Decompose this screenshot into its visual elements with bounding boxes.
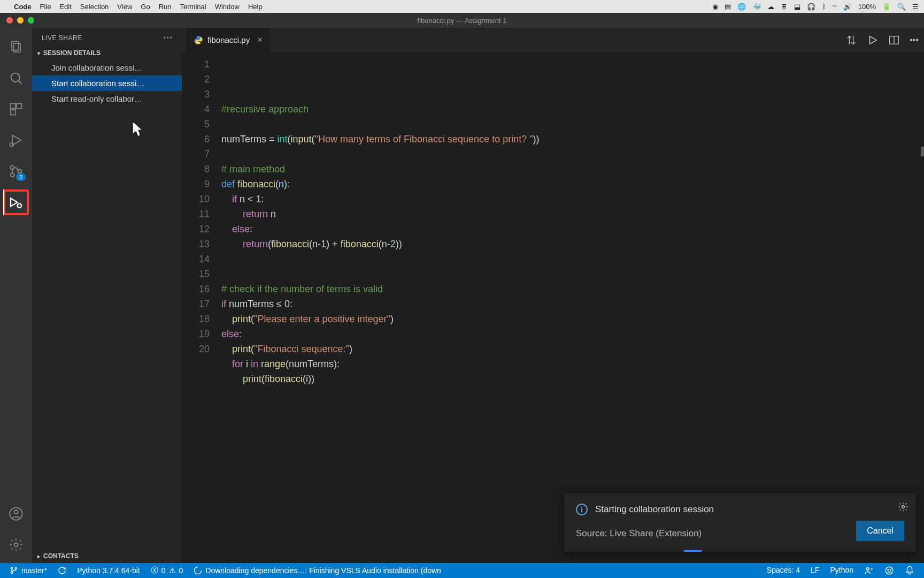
tab-filename: fibonacci.py bbox=[207, 35, 250, 44]
session-item-start-readonly[interactable]: Start read-only collabor… bbox=[32, 91, 182, 107]
menu-help[interactable]: Help bbox=[248, 3, 263, 11]
svg-point-9 bbox=[11, 166, 14, 170]
status-bell-icon[interactable] bbox=[899, 566, 920, 575]
live-share-icon[interactable] bbox=[3, 189, 29, 215]
git-branch-icon bbox=[10, 566, 18, 575]
status-sync[interactable] bbox=[52, 563, 72, 578]
chevron-down-icon: ▾ bbox=[37, 50, 40, 56]
scm-badge: 2 bbox=[16, 173, 26, 181]
search-icon[interactable] bbox=[3, 65, 29, 91]
debug-icon[interactable] bbox=[3, 127, 29, 153]
loading-icon bbox=[194, 566, 202, 575]
tab-close-icon[interactable]: × bbox=[257, 35, 262, 45]
svg-rect-0 bbox=[12, 42, 19, 50]
window-maximize-button[interactable] bbox=[28, 17, 34, 24]
status-eol[interactable]: LF bbox=[805, 566, 825, 574]
status-spaces[interactable]: Spaces: 4 bbox=[761, 566, 805, 574]
menu-view[interactable]: View bbox=[117, 3, 132, 11]
docker-status-icon[interactable]: 🐳 bbox=[752, 3, 761, 11]
section-contacts[interactable]: ▸ CONTACTS bbox=[32, 549, 182, 563]
bluetooth-icon[interactable]: ᛒ bbox=[822, 3, 826, 11]
headphones-status-icon[interactable]: 🎧 bbox=[807, 3, 815, 11]
menu-go[interactable]: Go bbox=[141, 3, 150, 11]
explorer-icon[interactable] bbox=[3, 34, 29, 60]
settings-gear-icon[interactable] bbox=[3, 532, 29, 558]
session-item-join[interactable]: Join collaboration sessi… bbox=[32, 60, 182, 75]
svg-point-10 bbox=[11, 173, 14, 177]
code-content[interactable]: #recursive approachnumTerms = int(input(… bbox=[219, 52, 924, 563]
dropbox-status-icon[interactable]: ⬓ bbox=[794, 3, 800, 11]
svg-point-14 bbox=[14, 510, 18, 514]
svg-rect-6 bbox=[11, 110, 16, 115]
accounts-icon[interactable] bbox=[3, 501, 29, 527]
wifi-icon[interactable]: ⌔ bbox=[833, 3, 837, 11]
error-count: 0 bbox=[161, 566, 166, 575]
compare-changes-icon[interactable] bbox=[845, 34, 857, 46]
control-center-icon[interactable]: ☰ bbox=[912, 3, 919, 11]
toast-source: Source: Live Share (Extension) bbox=[576, 528, 904, 539]
status-python[interactable]: Python 3.7.4 64-bit bbox=[72, 563, 145, 578]
editor-tabs: fibonacci.py × ••• bbox=[182, 28, 924, 52]
menu-selection[interactable]: Selection bbox=[80, 3, 109, 11]
branch-name: master* bbox=[21, 566, 47, 575]
section-session-details[interactable]: ▾ SESSION DETAILS bbox=[32, 46, 182, 60]
svg-point-2 bbox=[11, 73, 20, 82]
code-body[interactable]: 1234567891011121314151617181920 #recursi… bbox=[182, 52, 924, 563]
sidebar: LIVE SHARE ••• ▾ SESSION DETAILS Join co… bbox=[32, 28, 182, 563]
globe-icon[interactable]: 🌐 bbox=[737, 3, 746, 11]
extensions-icon[interactable] bbox=[3, 96, 29, 122]
spotlight-icon[interactable]: 🔍 bbox=[897, 3, 906, 11]
editor: fibonacci.py × ••• 123456789101112131415… bbox=[182, 28, 924, 563]
split-editor-icon[interactable] bbox=[888, 34, 900, 46]
status-liveshare-icon[interactable] bbox=[859, 566, 879, 575]
editor-more-icon[interactable]: ••• bbox=[910, 35, 919, 45]
svg-point-23 bbox=[867, 568, 869, 571]
menu-edit[interactable]: Edit bbox=[59, 3, 71, 11]
cloud-status-icon[interactable]: ☁︎ bbox=[767, 3, 774, 11]
menu-terminal[interactable]: Terminal bbox=[180, 3, 206, 11]
record-status-icon[interactable]: ◉ bbox=[712, 3, 718, 11]
status-branch[interactable]: master* bbox=[4, 563, 52, 578]
battery-text[interactable]: 100% bbox=[858, 3, 876, 11]
status-task[interactable]: Downloading dependencies…: Finishing VSL… bbox=[188, 563, 446, 578]
session-item-start[interactable]: Start collaboration sessi… bbox=[32, 75, 182, 91]
window-close-button[interactable] bbox=[6, 17, 13, 24]
dock-status-icon[interactable]: ▤ bbox=[725, 3, 731, 11]
menu-app-name[interactable]: Code bbox=[14, 3, 32, 11]
status-feedback-icon[interactable] bbox=[879, 566, 899, 575]
svg-rect-1 bbox=[13, 43, 20, 52]
status-problems[interactable]: ⓧ 0 ⚠ 0 bbox=[145, 563, 189, 578]
error-icon: ⓧ bbox=[151, 566, 158, 575]
shield-status-icon[interactable]: ⛨ bbox=[781, 3, 788, 11]
tab-fibonacci[interactable]: fibonacci.py × bbox=[186, 28, 270, 52]
run-icon[interactable] bbox=[867, 34, 879, 46]
window-title: fibonacci.py — Assignment 1 bbox=[418, 17, 507, 25]
menu-file[interactable]: File bbox=[40, 3, 51, 11]
cancel-button[interactable]: Cancel bbox=[856, 521, 904, 541]
battery-icon[interactable]: 🔋 bbox=[882, 3, 891, 11]
svg-point-22 bbox=[15, 567, 17, 569]
python-file-icon bbox=[194, 35, 203, 45]
minimap-indicator bbox=[921, 147, 924, 156]
toast-title: Starting collaboration session bbox=[595, 504, 714, 515]
sidebar-more-icon[interactable]: ••• bbox=[163, 34, 173, 42]
info-icon: i bbox=[576, 504, 588, 515]
editor-actions: ••• bbox=[845, 34, 919, 46]
activity-bar: 2 bbox=[0, 28, 32, 563]
status-language[interactable]: Python bbox=[825, 566, 859, 574]
session-tree: Join collaboration sessi… Start collabor… bbox=[32, 60, 182, 107]
source-control-icon[interactable]: 2 bbox=[3, 158, 29, 184]
menu-window[interactable]: Window bbox=[215, 3, 240, 11]
toast-settings-icon[interactable] bbox=[898, 501, 908, 512]
window-titlebar: fibonacci.py — Assignment 1 bbox=[0, 13, 924, 28]
sync-icon bbox=[58, 566, 66, 575]
notification-toast: i Starting collaboration session Source:… bbox=[564, 492, 917, 552]
menu-run[interactable]: Run bbox=[159, 3, 172, 11]
window-minimize-button[interactable] bbox=[17, 17, 24, 24]
svg-point-24 bbox=[886, 567, 893, 574]
line-gutter: 1234567891011121314151617181920 bbox=[182, 52, 219, 563]
volume-icon[interactable]: 🔊 bbox=[843, 3, 852, 11]
svg-rect-4 bbox=[11, 104, 16, 109]
status-bar: master* Python 3.7.4 64-bit ⓧ 0 ⚠ 0 Down… bbox=[0, 563, 924, 578]
task-text: Downloading dependencies…: Finishing VSL… bbox=[205, 566, 441, 575]
